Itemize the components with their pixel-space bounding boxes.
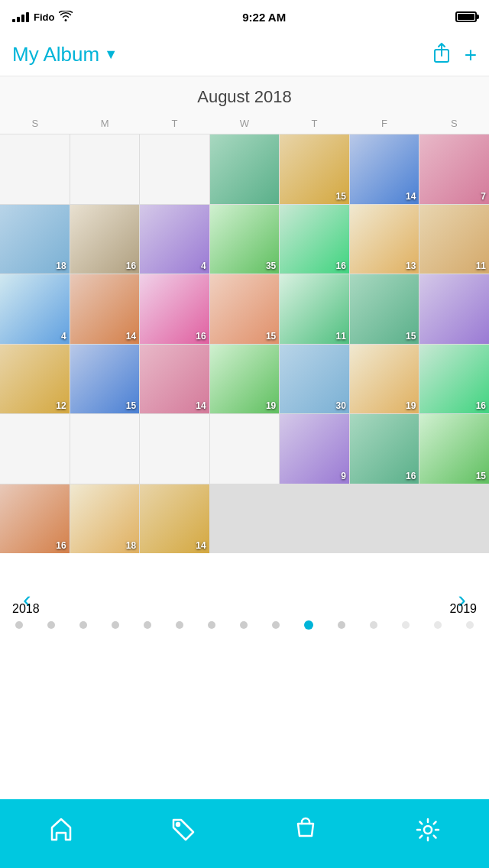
header: My Album ▼ + [0, 34, 489, 76]
calendar-cell-26[interactable]: 19 [350, 345, 419, 414]
calendar-cell-32[interactable]: 9 [280, 414, 349, 484]
month-header: August 2018 [0, 76, 489, 115]
calendar-cell-10[interactable]: 35 [210, 205, 280, 274]
timeline-dot-8[interactable] [272, 621, 280, 629]
share-button[interactable] [432, 42, 451, 68]
timeline-dot-7[interactable] [240, 621, 248, 629]
timeline-dots [12, 620, 477, 630]
status-right [455, 11, 477, 22]
calendar-cell-14[interactable]: 4 [0, 274, 70, 344]
svg-point-2 [424, 826, 432, 834]
day-header-wed: W [209, 118, 279, 129]
wifi-icon [59, 11, 73, 24]
tab-tag[interactable] [160, 807, 206, 853]
tab-shop[interactable] [283, 807, 329, 853]
calendar-cell-36[interactable]: 18 [70, 484, 140, 554]
calendar-cell-37[interactable]: 14 [140, 484, 209, 554]
timeline-dot-10[interactable] [338, 621, 345, 629]
calendar-cell-33[interactable]: 16 [350, 414, 419, 484]
signal-icon [12, 12, 29, 22]
calendar-cell-13[interactable]: 11 [419, 205, 489, 274]
timeline-dot-3[interactable] [112, 621, 119, 629]
header-icons: + [432, 42, 477, 68]
calendar-cell-4[interactable]: 15 [280, 134, 349, 204]
calendar-cell-34[interactable]: 15 [419, 414, 489, 484]
calendar-cell-7[interactable]: 18 [0, 205, 70, 274]
year-2019-label: 2019 [449, 602, 477, 616]
day-headers: S M T W T F S [0, 115, 489, 134]
month-year-label: August 2018 [197, 87, 292, 106]
dropdown-icon: ▼ [104, 47, 118, 63]
day-count-badge: 14 [406, 191, 416, 202]
day-count-badge: 15 [126, 400, 136, 411]
timeline-dot-2[interactable] [79, 621, 87, 629]
calendar-cell-15[interactable]: 14 [70, 274, 140, 344]
tab-home[interactable] [38, 807, 84, 853]
timeline-dot-13[interactable] [434, 621, 442, 629]
gear-icon [414, 816, 442, 844]
day-count-badge: 4 [201, 261, 206, 271]
tag-icon [170, 816, 197, 844]
calendar-cell-20[interactable] [419, 274, 489, 344]
day-header-mon: M [70, 118, 139, 129]
day-count-badge: 15 [476, 471, 486, 481]
calendar-cell-35[interactable]: 16 [0, 484, 70, 554]
calendar-cell-25[interactable]: 30 [280, 345, 349, 414]
year-timeline: 2018 2019 [0, 602, 489, 630]
timeline-dot-11[interactable] [370, 621, 377, 629]
day-header-tue: T [140, 118, 209, 129]
calendar-cell-12[interactable]: 13 [350, 205, 419, 274]
status-left: Fido [12, 11, 73, 24]
calendar-cell-31 [210, 414, 280, 484]
calendar-cell-21[interactable]: 12 [0, 345, 70, 414]
day-count-badge: 16 [335, 261, 345, 271]
status-time: 9:22 AM [242, 11, 286, 24]
tab-settings[interactable] [405, 807, 451, 853]
day-count-badge: 11 [335, 331, 345, 342]
day-count-badge: 19 [406, 400, 416, 411]
timeline-dot-12[interactable] [402, 621, 410, 629]
day-count-badge: 19 [266, 400, 276, 411]
day-count-badge: 30 [335, 400, 345, 411]
day-count-badge: 16 [476, 400, 486, 411]
timeline-dot-1[interactable] [47, 621, 55, 629]
timeline-dot-6[interactable] [208, 621, 215, 629]
day-count-badge: 16 [196, 331, 206, 342]
calendar-cell-22[interactable]: 15 [70, 345, 140, 414]
day-header-sun: S [0, 118, 70, 129]
timeline-dot-14[interactable] [466, 621, 474, 629]
pagination-area: ‹ › 2018 2019 [0, 553, 489, 645]
day-header-fri: F [349, 118, 419, 129]
calendar-cell-9[interactable]: 4 [140, 205, 209, 274]
day-count-badge: 9 [341, 471, 346, 481]
day-header-thu: T [280, 118, 349, 129]
calendar-cell-6[interactable]: 7 [419, 134, 489, 204]
calendar-cell-23[interactable]: 14 [140, 345, 209, 414]
home-icon [47, 816, 75, 844]
day-count-badge: 14 [126, 331, 136, 342]
calendar-cell-11[interactable]: 16 [280, 205, 349, 274]
calendar-cell-5[interactable]: 14 [350, 134, 419, 204]
day-count-badge: 13 [406, 261, 416, 271]
day-count-badge: 35 [266, 261, 276, 271]
day-count-badge: 18 [56, 261, 66, 271]
album-title-text: My Album [12, 43, 99, 66]
album-title-button[interactable]: My Album ▼ [12, 43, 118, 66]
calendar-cell-17[interactable]: 15 [210, 274, 280, 344]
calendar-cell-8[interactable]: 16 [70, 205, 140, 274]
calendar-cell-16[interactable]: 16 [140, 274, 209, 344]
day-count-badge: 15 [335, 191, 345, 202]
timeline-dot-0[interactable] [15, 621, 23, 629]
battery-icon [455, 11, 477, 22]
day-count-badge: 12 [56, 400, 66, 411]
timeline-dot-4[interactable] [144, 621, 151, 629]
timeline-dot-9[interactable] [304, 620, 313, 630]
calendar-cell-19[interactable]: 15 [350, 274, 419, 344]
day-count-badge: 15 [406, 331, 416, 342]
calendar-cell-27[interactable]: 16 [419, 345, 489, 414]
timeline-dot-5[interactable] [176, 621, 183, 629]
calendar-cell-3[interactable] [210, 134, 280, 204]
calendar-cell-24[interactable]: 19 [210, 345, 280, 414]
calendar-cell-18[interactable]: 11 [280, 274, 349, 344]
add-button[interactable]: + [465, 43, 477, 67]
